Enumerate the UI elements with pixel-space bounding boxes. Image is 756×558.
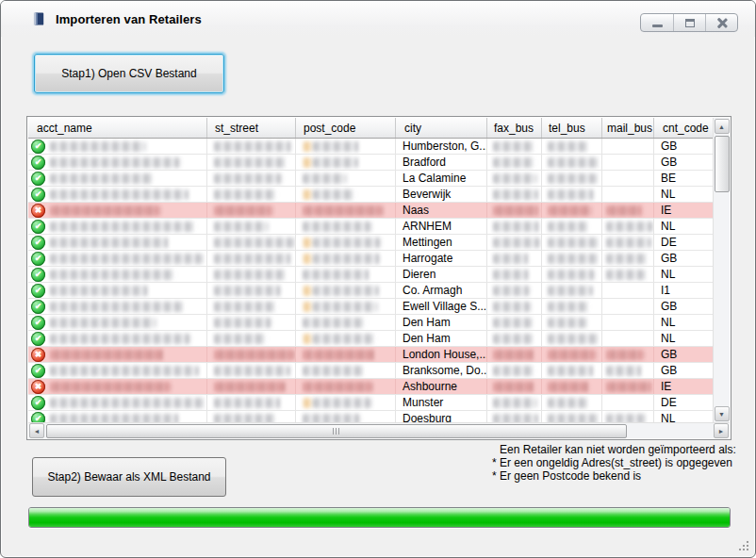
column-header-city[interactable]: city: [396, 118, 487, 138]
redacted-text-blur: [304, 318, 366, 328]
scroll-left-button[interactable]: ◄: [29, 423, 44, 438]
table-row[interactable]: ✔La CalamineBE: [28, 171, 713, 187]
column-header-st_street[interactable]: st_street: [207, 118, 296, 138]
redacted-text-blur: [215, 157, 287, 168]
redacted-text-blur: [215, 382, 285, 392]
redacted-text-blur: [494, 205, 538, 216]
redacted-text-blur: [314, 334, 375, 344]
column-header-post_code[interactable]: post_code: [296, 118, 396, 138]
minimize-button[interactable]: [641, 14, 673, 31]
column-header-acct_name[interactable]: acct_name: [28, 118, 207, 138]
cell-mail_bus: [602, 171, 654, 186]
close-button[interactable]: [705, 14, 737, 31]
cell-city: Harrogate: [396, 251, 487, 266]
redacted-text-blur: [549, 350, 596, 360]
vertical-scrollbar[interactable]: ▲ ▼: [713, 118, 730, 422]
cell-post_code: [296, 299, 396, 314]
cell-mail_bus: [602, 155, 654, 170]
cell-cnt_code: DE: [654, 395, 713, 410]
cell-acct_name: ✖: [28, 379, 207, 394]
cell-mail_bus: [602, 331, 654, 346]
maximize-button[interactable]: [673, 14, 705, 31]
redacted-text-blur: [304, 350, 312, 360]
table-row[interactable]: ✔BradfordGB: [28, 155, 713, 171]
table-row[interactable]: ✔ARNHEMNL: [28, 219, 713, 235]
table-row[interactable]: ✖London House,...GB: [28, 347, 713, 363]
cell-st_street: [207, 139, 296, 154]
redacted-text-blur: [494, 382, 535, 392]
cell-mail_bus: [602, 267, 654, 282]
cell-cnt_code: GB: [654, 251, 713, 266]
redacted-text-blur: [314, 286, 378, 296]
status-ok-icon: ✔: [31, 316, 45, 330]
cell-cnt_code: NL: [654, 331, 713, 346]
redacted-text-blur: [494, 173, 536, 184]
redacted-text-blur: [549, 157, 600, 168]
table-row[interactable]: ✔MunsterDE: [28, 395, 713, 411]
redacted-text-blur: [494, 318, 532, 328]
redacted-text-blur: [549, 189, 594, 200]
horizontal-scroll-track[interactable]: [45, 424, 713, 438]
save-xml-button[interactable]: Stap2) Bewaar als XML Bestand: [32, 457, 226, 497]
resize-grip-icon[interactable]: [739, 541, 748, 550]
table-row[interactable]: ✔Ewell Village S...GB: [28, 299, 713, 315]
cell-mail_bus: [602, 235, 654, 250]
cell-city: Ewell Village S...: [396, 299, 487, 314]
table-row[interactable]: ✔Co. ArmaghI1: [28, 283, 713, 299]
table-row[interactable]: ✔DoesburgNL: [28, 411, 713, 422]
redacted-text-blur: [51, 254, 203, 264]
open-csv-button[interactable]: Stap1) Open CSV Bestand: [34, 54, 224, 93]
table-row[interactable]: ✖NaasIE: [28, 203, 713, 219]
cell-post_code: [296, 203, 396, 218]
vertical-scroll-thumb[interactable]: [715, 136, 730, 192]
status-ok-icon: ✔: [31, 252, 45, 266]
cell-tel_bus: [542, 235, 602, 250]
cell-fax_bus: [487, 299, 542, 314]
cell-cnt_code: GB: [654, 299, 713, 314]
cell-st_street: [207, 155, 296, 170]
table-row[interactable]: ✔Den HamNL: [28, 331, 713, 347]
table-row[interactable]: ✔Den HamNL: [28, 315, 713, 331]
redacted-text-blur: [304, 286, 312, 296]
table-row[interactable]: ✔DierenNL: [28, 267, 713, 283]
status-error-icon: ✖: [31, 380, 45, 394]
cell-st_street: [207, 267, 296, 282]
cell-cnt_code: DE: [654, 235, 713, 250]
redacted-text-blur: [549, 398, 587, 408]
column-header-fax_bus[interactable]: fax_bus: [487, 118, 542, 138]
scroll-up-icon: ▲: [718, 123, 725, 130]
redacted-text-blur: [215, 286, 281, 296]
table-row[interactable]: ✔Branksome, Do...GB: [28, 363, 713, 379]
cell-st_street: [207, 363, 296, 378]
redacted-text-blur: [607, 205, 643, 216]
title-bar[interactable]: Importeren van Retailers: [1, 1, 755, 37]
column-header-cnt_code[interactable]: cnt_code: [654, 118, 715, 138]
table-row[interactable]: ✔BeverwijkNL: [28, 187, 713, 203]
app-window: Importeren van Retailers Stap1) Open CSV…: [0, 0, 756, 558]
column-header-mail_bus[interactable]: mail_bus: [602, 118, 654, 138]
scroll-up-button[interactable]: ▲: [715, 119, 730, 134]
cell-cnt_code: GB: [654, 155, 713, 170]
cell-st_street: [207, 379, 296, 394]
redacted-text-blur: [51, 302, 183, 312]
column-header-tel_bus[interactable]: tel_bus: [542, 118, 602, 138]
cell-tel_bus: [542, 171, 602, 186]
scroll-grip-icon: [333, 428, 340, 435]
table-row[interactable]: ✔Humberston, G...GB: [28, 139, 713, 155]
table-row[interactable]: ✔HarrogateGB: [28, 251, 713, 267]
cell-mail_bus: [602, 283, 654, 298]
cell-mail_bus: [602, 187, 654, 202]
cell-acct_name: ✔: [28, 171, 207, 186]
table-row[interactable]: ✖AshbourneIE: [28, 379, 713, 395]
window-controls: [640, 13, 738, 32]
cell-st_street: [207, 283, 296, 298]
redacted-text-blur: [304, 398, 312, 408]
table-row[interactable]: ✔MettingenDE: [28, 235, 713, 251]
horizontal-scrollbar[interactable]: ◄ ►: [28, 422, 730, 438]
cell-city: ARNHEM: [396, 219, 487, 234]
scroll-down-button[interactable]: ▼: [715, 406, 730, 421]
horizontal-scroll-thumb[interactable]: [46, 424, 627, 438]
scroll-right-button[interactable]: ►: [714, 423, 729, 438]
redacted-text-blur: [494, 157, 535, 168]
cell-acct_name: ✔: [28, 395, 207, 410]
